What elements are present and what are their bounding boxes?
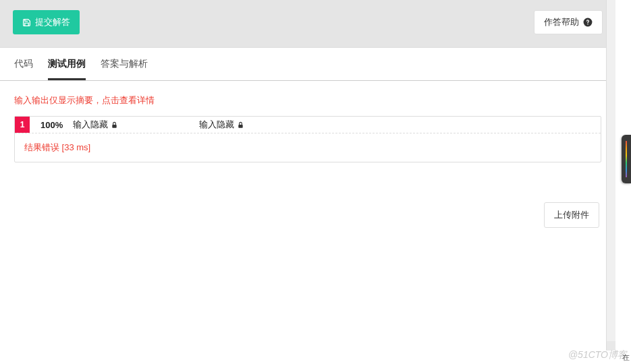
svg-rect-3 [238, 125, 242, 128]
submit-answer-button[interactable]: 提交解答 [13, 10, 80, 34]
vertical-scrollbar[interactable] [606, 0, 615, 351]
lock-icon [111, 121, 118, 129]
tab-code[interactable]: 代码 [14, 48, 33, 80]
save-icon [22, 18, 31, 27]
help-label: 作答帮助 [544, 16, 579, 28]
testcase-output-label: 输入隐藏 [199, 119, 234, 131]
svg-point-1 [587, 24, 588, 25]
svg-rect-2 [112, 125, 116, 128]
testcase-score: 100% [40, 120, 73, 130]
question-circle-icon [583, 18, 593, 27]
testcase-list: 1 100% 输入隐藏 输入隐藏 [14, 116, 601, 162]
testcase-output: 输入隐藏 [199, 119, 244, 131]
testcase-input: 输入隐藏 [73, 119, 118, 131]
watermark: @51CTO博客 [568, 349, 627, 361]
tabs: 代码 测试用例 答案与解析 [0, 48, 615, 81]
testcase-row[interactable]: 1 100% 输入隐藏 输入隐藏 [15, 117, 601, 133]
upload-attachment-button[interactable]: 上传附件 [544, 202, 599, 228]
submit-answer-label: 提交解答 [35, 16, 70, 28]
testcase-index-badge: 1 [15, 117, 30, 133]
tab-testcases[interactable]: 测试用例 [48, 48, 86, 80]
rainbow-strip-icon [626, 141, 627, 177]
testcase-hint: 输入输出仅显示摘要，点击查看详情 [14, 94, 601, 107]
testcase-result: 结果错误 [33 ms] [15, 133, 601, 162]
watermark-sub: 在 [622, 353, 630, 363]
help-button[interactable]: 作答帮助 [534, 10, 603, 34]
testcase-panel: 输入输出仅显示摘要，点击查看详情 1 100% 输入隐藏 输入隐藏 [0, 81, 615, 176]
tab-solution[interactable]: 答案与解析 [101, 48, 148, 80]
testcase-input-label: 输入隐藏 [73, 119, 108, 131]
side-feedback-widget[interactable] [622, 135, 631, 183]
header-bar: 提交解答 作答帮助 [0, 0, 615, 48]
lock-icon [237, 121, 244, 129]
